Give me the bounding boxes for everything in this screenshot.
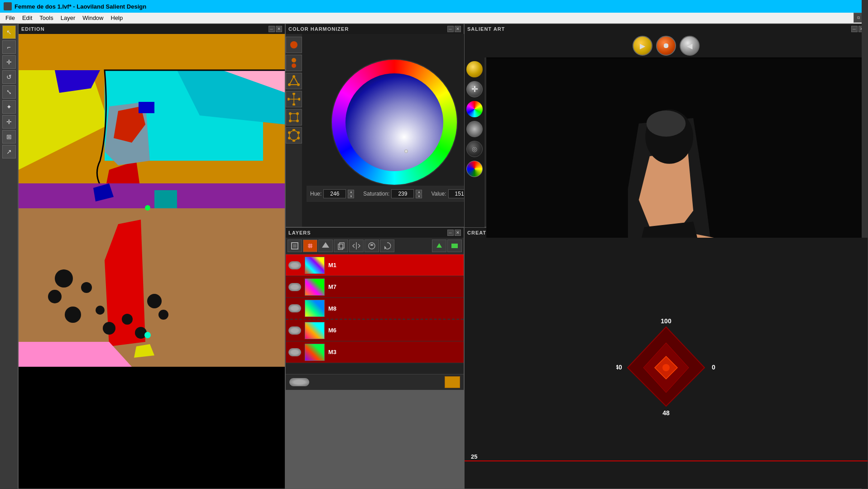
- layer-m3-visibility[interactable]: [288, 348, 301, 356]
- svg-rect-77: [451, 244, 458, 248]
- salient-bw-btn[interactable]: [466, 121, 483, 137]
- layer-m3-thumb: [305, 344, 325, 361]
- layer-link-btn[interactable]: [303, 240, 317, 252]
- harmonizer-minimize-btn[interactable]: ─: [447, 26, 454, 32]
- salient-gold-btn[interactable]: [466, 61, 483, 77]
- hue-input[interactable]: [323, 189, 346, 198]
- layer-adjust-btn[interactable]: [364, 240, 379, 252]
- salient-art-title: Salient Art: [467, 26, 505, 32]
- saturation-up-btn[interactable]: ▲: [416, 190, 422, 194]
- layer-copy-btn[interactable]: [334, 240, 348, 252]
- menu-help[interactable]: Help: [107, 14, 127, 22]
- creative-line-label: 25: [471, 453, 477, 460]
- layer-row-m7[interactable]: M7: [286, 276, 464, 298]
- layer-m1-name: M1: [328, 262, 461, 268]
- harmony-triadic-btn[interactable]: [286, 73, 302, 89]
- harmony-hex-btn[interactable]: [286, 127, 302, 144]
- creative-red-line: [465, 460, 868, 461]
- layer-new-btn[interactable]: [288, 240, 302, 252]
- salient-play-btn[interactable]: ▶: [633, 36, 652, 56]
- harmony-analogous-btn[interactable]: [286, 55, 302, 71]
- layer-up-btn[interactable]: [432, 240, 446, 252]
- svg-point-41: [288, 98, 290, 101]
- menu-window[interactable]: Window: [79, 14, 107, 22]
- layer-m6-visibility[interactable]: [288, 326, 301, 335]
- menu-tools[interactable]: Tools: [36, 14, 57, 22]
- nudge-tool-btn[interactable]: ✛: [2, 115, 16, 129]
- svg-point-53: [288, 137, 291, 139]
- color-wheel-area[interactable]: Hue: ▲ ▼ Saturation:: [302, 34, 487, 227]
- salient-minimize-btn[interactable]: ─: [851, 26, 858, 32]
- harmony-tetradic-btn[interactable]: [286, 91, 302, 107]
- layer-row-m8[interactable]: M8: [286, 298, 464, 320]
- svg-point-17: [65, 307, 81, 323]
- svg-point-54: [288, 131, 291, 134]
- color-picker-dot[interactable]: [404, 149, 408, 153]
- harmony-mono-btn[interactable]: [286, 37, 302, 53]
- layers-minimize-btn[interactable]: ─: [447, 230, 454, 236]
- svg-point-19: [103, 322, 115, 335]
- svg-point-31: [292, 58, 296, 62]
- layer-m8-visibility[interactable]: [288, 304, 301, 312]
- creative-body[interactable]: 100 40 0 48 25: [465, 238, 868, 489]
- hue-up-btn[interactable]: ▲: [348, 190, 354, 194]
- edition-canvas[interactable]: [19, 34, 285, 489]
- layer-m6-thumb: [305, 322, 325, 339]
- saturation-field: Saturation: ▲ ▼: [363, 189, 422, 198]
- menu-file[interactable]: File: [2, 14, 19, 22]
- svg-point-68: [647, 110, 686, 137]
- svg-marker-71: [322, 242, 329, 248]
- layer-row-m1[interactable]: M1: [286, 254, 464, 276]
- edition-close-btn[interactable]: ✕: [276, 26, 282, 32]
- rotate-tool-btn[interactable]: ↺: [2, 70, 16, 84]
- layers-list[interactable]: M1 M7 M8: [286, 254, 464, 374]
- layer-row-m6[interactable]: M6: [286, 320, 464, 341]
- pointer-tool-btn[interactable]: ↗: [2, 145, 16, 158]
- select-tool-btn[interactable]: ↖: [2, 25, 16, 39]
- layer-m1-visibility[interactable]: [288, 261, 301, 269]
- svg-rect-72: [338, 244, 343, 249]
- svg-point-45: [296, 112, 299, 115]
- layer-m7-visibility[interactable]: [288, 283, 301, 291]
- salient-rec-btn[interactable]: ⏺: [656, 36, 676, 56]
- layer-m6-name: M6: [328, 327, 461, 334]
- edition-minimize-btn[interactable]: ─: [269, 26, 275, 32]
- push-tool-btn[interactable]: ⊞: [2, 130, 16, 144]
- layers-close-btn[interactable]: ✕: [455, 230, 461, 236]
- harmony-square-btn[interactable]: [286, 109, 302, 125]
- right-column: Color Harmonizer ─ ✕: [285, 24, 868, 489]
- layer-history-btn[interactable]: [380, 240, 394, 252]
- salient-color-wheel-btn[interactable]: [466, 101, 483, 117]
- left-toolbar: ↖ ⌐ ✛ ↺ ⤡ ✦ ✛ ⊞ ↗: [0, 24, 18, 489]
- main-area: ↖ ⌐ ✛ ↺ ⤡ ✦ ✛ ⊞ ↗ Edition ─ ✕: [0, 24, 868, 489]
- layer-down-btn[interactable]: [447, 240, 462, 252]
- harmonizer-close-btn[interactable]: ✕: [455, 26, 461, 32]
- layer-m8-name: M8: [328, 305, 461, 312]
- layer-row-m3[interactable]: M3: [286, 341, 464, 363]
- salient-move-btn[interactable]: ✛: [466, 81, 483, 97]
- hue-controls: Hue: ▲ ▼ Saturation:: [307, 186, 483, 202]
- color-wheel[interactable]: [331, 59, 458, 186]
- salient-art-header: Salient Art ─ ✕: [465, 24, 868, 34]
- svg-rect-73: [340, 243, 344, 248]
- menu-edit[interactable]: Edit: [19, 14, 36, 22]
- layer-add-btn[interactable]: [289, 378, 309, 386]
- hue-down-btn[interactable]: ▼: [348, 194, 354, 198]
- salient-radar-btn[interactable]: ◎: [466, 141, 483, 157]
- svg-point-23: [135, 327, 147, 339]
- svg-point-49: [293, 129, 295, 131]
- svg-point-36: [288, 83, 291, 86]
- salient-extra-btn[interactable]: [466, 161, 483, 177]
- menu-layer[interactable]: Layer: [57, 14, 79, 22]
- layer-options-btn[interactable]: [445, 376, 460, 388]
- salient-rewind-btn[interactable]: ◀: [680, 36, 700, 56]
- scale-tool-btn[interactable]: ⤡: [2, 85, 16, 99]
- move-tool-btn[interactable]: ✛: [2, 55, 16, 69]
- layer-flip-btn[interactable]: [349, 240, 364, 252]
- lasso-tool-btn[interactable]: ⌐: [2, 40, 16, 54]
- warp-tool-btn[interactable]: ✦: [2, 100, 16, 114]
- saturation-input[interactable]: [391, 189, 414, 198]
- layer-merge-btn[interactable]: [318, 240, 333, 252]
- saturation-down-btn[interactable]: ▼: [416, 194, 422, 198]
- svg-point-51: [297, 137, 300, 139]
